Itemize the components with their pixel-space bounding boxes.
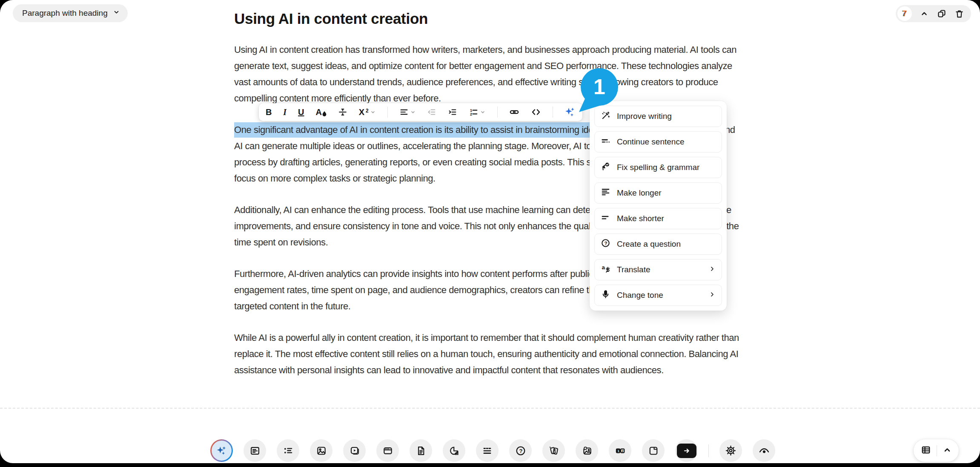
duplicate-icon[interactable] [937,9,947,19]
align-button[interactable] [399,107,416,117]
block-type-dropdown[interactable]: Paragraph with heading [13,4,128,22]
paragraph-1[interactable]: Using AI in content creation has transfo… [234,42,742,107]
menu-item-change-tone[interactable]: Change tone [594,285,722,306]
svg-text:a: a [602,264,605,271]
svg-text:2: 2 [470,112,472,116]
menu-item-continue-sentence[interactable]: Continue sentence [594,131,722,153]
toolbar-divider [553,107,553,118]
make-shorter-icon [601,213,610,225]
numbered-list-button[interactable]: 12 [469,107,486,117]
editor-canvas: Paragraph with heading 7 Using AI in con… [0,0,980,463]
settings-gear-icon[interactable] [719,439,742,462]
svg-text:1: 1 [617,449,619,453]
svg-text:1: 1 [470,108,472,112]
indent-icon[interactable] [448,107,457,117]
make-longer-icon [601,187,610,199]
bold-button[interactable]: B [266,107,272,117]
svg-text:?: ? [519,447,522,454]
step-callout-badge: 1 [575,66,620,115]
link-icon[interactable] [509,107,519,117]
menu-item-label: Change tone [617,291,663,300]
code-icon[interactable] [531,107,541,117]
table-icon[interactable] [920,444,931,457]
blank-lines-icon[interactable] [476,439,499,462]
block-type-label: Paragraph with heading [22,9,108,18]
text-block-icon[interactable] [244,439,266,462]
continue-lines-icon [601,136,610,148]
question-circle-icon: ? [601,238,610,250]
microphone-icon [601,289,610,301]
menu-item-label: Make longer [617,188,662,198]
menu-item-label: Improve writing [617,112,672,121]
chevron-down-icon [113,9,120,18]
insert-arrow-button[interactable] [675,439,698,462]
svg-text:2: 2 [622,449,623,453]
image-icon[interactable] [310,439,332,462]
compare-boxes-icon[interactable]: 12 [609,439,631,462]
trash-icon[interactable] [954,9,964,19]
italic-button[interactable]: I [283,107,287,117]
menu-item-translate[interactable]: a Translate [594,259,722,280]
video-icon[interactable] [343,439,366,462]
superscript-button[interactable]: X2 [359,107,376,117]
menu-item-create-question[interactable]: ? Create a question [594,234,722,255]
menu-item-label: Translate [617,265,650,274]
ai-assistant-icon[interactable] [565,107,576,118]
toolbar-divider [708,444,709,457]
menu-item-label: Continue sentence [617,137,684,147]
menu-item-label: Fix spelling & grammar [617,163,699,172]
insert-toolbar: ? 12 [210,439,775,462]
text-color-button[interactable]: A [315,107,326,117]
page-title: Using AI in content creation [234,10,742,27]
chevron-up-icon[interactable] [920,9,929,18]
strikethrough-icon[interactable] [338,107,347,117]
page-controls: 7 [896,5,971,22]
menu-item-make-shorter[interactable]: Make shorter [594,208,722,229]
page-end-divider [0,408,980,409]
bulleted-list-icon[interactable] [277,439,299,462]
window-tab-icon[interactable] [642,439,665,462]
chevron-right-icon [709,265,716,274]
menu-item-label: Make shorter [617,214,664,223]
svg-text:?: ? [604,241,607,246]
embed-bar-icon[interactable] [376,439,399,462]
menu-item-make-longer[interactable]: Make longer [594,182,722,204]
add-image-icon[interactable] [576,439,598,462]
preview-eye-icon[interactable] [753,439,775,462]
page-number-badge: 7 [897,6,912,21]
toolbar-divider [497,107,498,118]
collapse-up-icon[interactable] [942,445,952,457]
underline-button[interactable]: U [298,107,304,117]
pill-divider [937,445,937,456]
toolbar-divider [387,107,388,118]
chevron-right-icon [709,291,716,300]
ai-assistant-menu: Improve writing Continue sentence Fix sp… [590,101,727,311]
spellcheck-icon [601,161,610,173]
format-toolbar: B I U A X2 12 [259,103,582,121]
question-icon[interactable]: ? [509,439,532,462]
flashcards-icon[interactable] [542,439,565,462]
menu-item-label: Create a question [617,239,681,249]
chart-icon[interactable] [443,439,465,462]
paragraph-5[interactable]: While AI is a powerful ally in content c… [234,330,742,378]
menu-item-fix-spelling[interactable]: Fix spelling & grammar [594,157,722,178]
selected-text[interactable]: One significant advantage of AI in conte… [234,122,636,138]
view-controls-pill [914,439,959,462]
document-icon[interactable] [410,439,432,462]
svg-text:1: 1 [593,75,605,99]
ai-sparkles-button[interactable] [210,439,233,462]
outdent-icon[interactable] [427,107,436,117]
translate-icon: a [601,264,610,276]
